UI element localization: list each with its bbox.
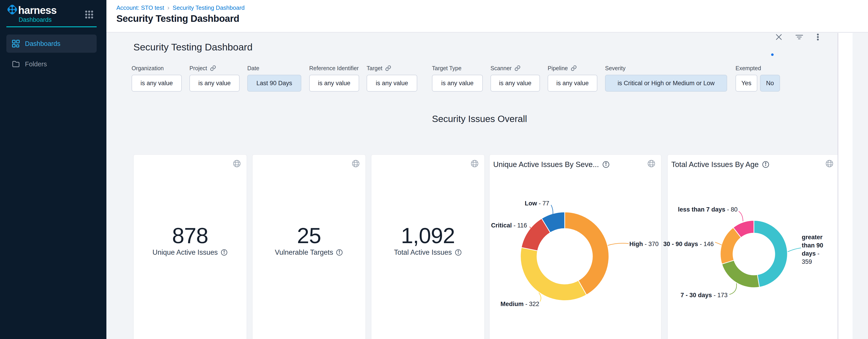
slice-label-medium: Medium - 322 [500,300,539,308]
donut-slice[interactable] [521,248,586,301]
sidebar: harness Dashboards [0,0,106,339]
filter-label: Target [367,64,417,72]
globe-icon[interactable] [232,159,241,168]
filter-label: Date [247,64,301,72]
filter-target-type: Target Type is any value [432,64,483,91]
tile-label: Total Active Issues [371,248,484,256]
filter-value-chip[interactable]: is any value [309,75,359,91]
sidebar-nav: Dashboards Folders [6,34,97,76]
breadcrumb-chevron-icon: › [167,4,169,11]
slice-label-less-than-7-days: less than 7 days - 80 [678,206,738,214]
exempted-no-chip[interactable]: No [760,75,780,91]
filter-project: Project is any value [189,64,240,91]
app-switcher-icon[interactable] [85,10,94,19]
slice-leader-line [788,248,801,252]
main-content: Security Testing Dashboard Organization … [106,33,852,339]
filter-scanner: Scanner is any value [491,64,540,91]
tile-vulnerable-targets: 25 Vulnerable Targets [252,154,366,339]
slice-leader-line [551,205,553,214]
filter-value-chip[interactable]: is any value [491,75,540,91]
link-icon [514,65,521,72]
filter-label: Organization [132,64,182,72]
slice-label-greater-than-90-days: greater than 90 days - 359 [802,233,825,266]
page-title: Security Testing Dashboard [116,13,239,24]
app-window: harness Dashboards [0,0,868,339]
tile-value: 25 [252,223,366,248]
sidebar-item-folders[interactable]: Folders [6,55,97,73]
sidebar-item-label: Folders [25,60,47,68]
dashboards-icon [12,39,20,48]
tile-label: Unique Active Issues [134,248,247,256]
filter-label: Project [189,64,240,72]
tile-value: 878 [134,223,247,248]
brand-product-label: Dashboards [19,16,52,23]
filter-value-chip[interactable]: is any value [548,75,597,91]
filter-value-chip[interactable]: is Critical or High or Medium or Low [605,75,727,91]
filter-severity: Severity is Critical or High or Medium o… [605,64,727,91]
chart-card-issues-by-severity: Unique Active Issues By Seve... Low - 77… [489,154,661,339]
slice-label-30-90-days: 30 - 90 days - 146 [663,240,714,248]
filter-label: Pipeline [548,64,597,72]
exempted-yes-chip[interactable]: Yes [736,75,757,91]
filter-exempted: Exempted Yes No [736,64,780,91]
breadcrumb: Account: STO test › Security Testing Das… [116,4,245,11]
filter-label: Target Type [432,64,483,72]
filter-value-chip[interactable]: Last 90 Days [247,75,301,91]
tile-unique-active-issues: 878 Unique Active Issues [133,154,247,339]
slice-label-critical: Critical - 116 [491,222,527,229]
breadcrumb-account-link[interactable]: Account: STO test [116,4,164,11]
donut-slice[interactable] [754,220,787,287]
filter-organization: Organization is any value [132,64,182,91]
link-icon [210,65,216,72]
section-title: Security Issues Overall [106,114,852,124]
brand-wordmark: harness [18,4,57,16]
filter-value-chip[interactable]: is any value [132,75,182,91]
slice-leader-line [739,211,743,221]
dashboard-heading: Security Testing Dashboard [133,41,252,53]
globe-icon[interactable] [470,159,479,168]
harness-logo-icon[interactable] [6,4,18,16]
slice-leader-line [608,243,629,245]
topbar: Account: STO test › Security Testing Das… [106,0,868,32]
folder-icon [12,60,20,68]
link-icon [385,65,391,72]
slice-label-7-30-days: 7 - 30 days - 173 [681,291,727,299]
sidebar-item-dashboards[interactable]: Dashboards [6,34,97,53]
filter-label: Severity [605,64,727,72]
filter-date: Date Last 90 Days [247,64,301,91]
filter-label: Scanner [491,64,540,72]
chart-card-issues-by-age: Total Active Issues By Age less than 7 d… [668,154,839,339]
info-icon[interactable] [455,249,462,256]
kebab-menu-icon[interactable] [814,33,822,41]
tile-value: 1,092 [371,223,484,248]
filter-icon[interactable] [795,33,803,41]
slice-leader-line [715,242,722,245]
filter-pipeline: Pipeline is any value [548,64,597,91]
sidebar-item-label: Dashboards [25,40,60,48]
info-icon[interactable] [220,249,228,256]
close-icon[interactable] [775,33,783,41]
breadcrumb-page-link[interactable]: Security Testing Dashboard [173,4,245,11]
cursor-dot [771,53,774,56]
brand-row: harness Dashboards [0,0,106,27]
scrollbar-track[interactable] [838,33,852,339]
info-icon[interactable] [336,249,343,256]
filter-value-chip[interactable]: is any value [432,75,483,91]
donut-slice[interactable] [565,212,609,295]
filter-target: Target is any value [367,64,417,91]
filter-value-chip[interactable]: is any value [367,75,417,91]
slice-label-low: Low - 77 [525,199,549,207]
filter-label: Reference Identifier [309,64,359,72]
tile-total-active-issues: 1,092 Total Active Issues [371,154,485,339]
slice-leader-line [730,283,737,294]
globe-icon[interactable] [351,159,360,168]
filter-label: Exempted [736,64,780,72]
filter-value-chip[interactable]: is any value [189,75,240,91]
link-icon [570,65,577,72]
filter-reference-identifier: Reference Identifier is any value [309,64,359,91]
tile-label: Vulnerable Targets [252,248,366,256]
slice-label-high: High - 370 [629,240,659,248]
donut-slice[interactable] [722,260,760,288]
sidebar-divider [6,26,97,27]
